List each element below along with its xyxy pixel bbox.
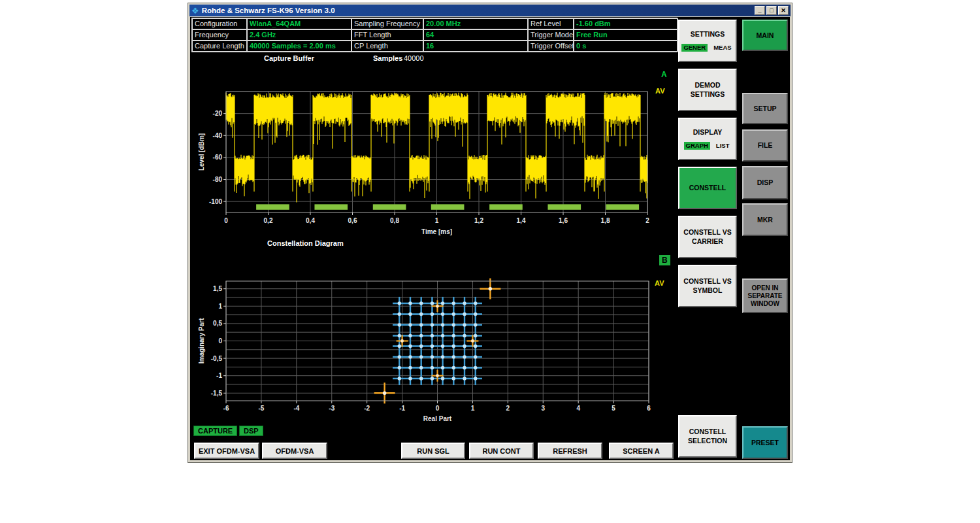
constellation-gridlines [226, 281, 649, 401]
svg-text:0,5: 0,5 [213, 320, 222, 327]
ofdm-vsa-button[interactable]: OFDM-VSA [262, 443, 327, 459]
hardkey-preset[interactable]: PRESET [742, 426, 788, 459]
capture-buffer-title: Capture Buffer [264, 54, 314, 62]
hardkey-file[interactable]: FILE [742, 129, 788, 161]
sampling-freq-label: Sampling Frequency [351, 18, 423, 29]
hardkey-disp[interactable]: DISP [742, 166, 788, 199]
softkey-constell-selection-label: CONSTELL SELECTION [681, 428, 734, 445]
svg-text:-0,5: -0,5 [211, 355, 223, 362]
svg-text:-80: -80 [213, 176, 223, 183]
config-value: WlanA_64QAM [247, 18, 351, 29]
fft-length-label: FFT Length [351, 29, 423, 41]
trigger-offset-value: 0 s [574, 41, 678, 52]
svg-text:-1: -1 [216, 372, 222, 379]
config-label: Configuration [192, 18, 247, 29]
svg-text:5: 5 [612, 405, 615, 412]
softkey-demod-settings[interactable]: DEMOD SETTINGS [678, 69, 737, 111]
svg-text:-5: -5 [258, 405, 264, 412]
svg-text:1,8: 1,8 [601, 217, 610, 224]
capture-xlabel: Time [ms] [421, 228, 452, 235]
capture-length-label: Capture Length [192, 41, 247, 52]
frequency-label: Frequency [192, 29, 247, 41]
settings-gener-toggle[interactable]: GENER [681, 44, 708, 52]
constellation-title: Constellation Diagram [267, 239, 344, 247]
svg-text:-60: -60 [213, 154, 223, 161]
window-titlebar[interactable]: ❖ Rohde & Schwarz FS-K96 Version 3.0 _ □… [189, 5, 791, 16]
close-button[interactable]: ✕ [778, 6, 789, 15]
softkey-constell-vs-carrier-label: CONSTELL VS CARRIER [681, 228, 734, 245]
softkey-constell-vs-carrier[interactable]: CONSTELL VS CARRIER [678, 216, 737, 258]
configuration-table: Configuration WlanA_64QAM Sampling Frequ… [191, 18, 678, 52]
svg-text:1,4: 1,4 [517, 217, 526, 224]
dsp-status-badge: DSP [239, 426, 263, 436]
constellation-xlabel: Real Part [423, 415, 452, 422]
samples-value: 40000 [404, 54, 424, 62]
fft-length-value: 64 [423, 29, 528, 41]
svg-text:1: 1 [471, 405, 475, 412]
capture-buffer-chart: 00,20,40,60,811,21,41,61,82-20-40-60-80-… [197, 88, 654, 241]
svg-text:-20: -20 [213, 110, 223, 117]
softkey-constell-selection[interactable]: CONSTELL SELECTION [678, 415, 737, 458]
hardkey-setup[interactable]: SETUP [742, 93, 788, 124]
frequency-value: 2.4 GHz [247, 29, 351, 41]
softkey-constell[interactable]: CONSTELL [678, 167, 737, 209]
screen-a-button[interactable]: SCREEN A [609, 443, 674, 459]
svg-text:0: 0 [224, 217, 228, 224]
svg-text:-100: -100 [209, 198, 222, 205]
capture-status-badge: CAPTURE [193, 426, 237, 436]
run-cont-button[interactable]: RUN CONT [469, 443, 534, 459]
display-list-toggle[interactable]: LIST [714, 142, 732, 150]
run-sgl-button[interactable]: RUN SGL [401, 443, 465, 459]
hardkey-main[interactable]: MAIN [742, 20, 788, 51]
client-area: Configuration WlanA_64QAM Sampling Frequ… [190, 17, 790, 460]
page-background: ❖ Rohde & Schwarz FS-K96 Version 3.0 _ □… [0, 0, 980, 523]
settings-meas-toggle[interactable]: MEAS [711, 44, 733, 52]
svg-text:4: 4 [576, 405, 580, 412]
hardkey-open-separate-window[interactable]: OPEN IN SEPARATE WINDOW [742, 278, 788, 313]
minimize-button[interactable]: _ [755, 6, 765, 15]
trigger-mode-label: Trigger Mode [528, 29, 574, 41]
svg-text:-4: -4 [293, 405, 299, 412]
refresh-button[interactable]: REFRESH [538, 443, 602, 459]
exit-ofdm-vsa-button[interactable]: EXIT OFDM-VSA [194, 443, 259, 459]
svg-text:0: 0 [436, 405, 440, 412]
trigger-offset-label: Trigger Offset [528, 41, 574, 52]
softkey-settings[interactable]: SETTINGS GENER MEAS [678, 20, 737, 62]
svg-text:0,2: 0,2 [264, 217, 273, 224]
softkey-settings-label: SETTINGS [691, 30, 725, 39]
svg-text:1,2: 1,2 [474, 217, 483, 224]
constellation-chart: -6-5-4-3-2-101234561,510,50-0,5-1-1,5Rea… [197, 277, 654, 428]
capture-ylabel: Level [dBm] [198, 133, 205, 171]
svg-text:0,8: 0,8 [390, 217, 399, 224]
svg-text:3: 3 [541, 405, 545, 412]
svg-text:0: 0 [218, 337, 222, 345]
softkey-display-label: DISPLAY [693, 128, 723, 137]
softkey-constell-label: CONSTELL [689, 184, 727, 192]
softkey-demod-label: DEMOD SETTINGS [681, 81, 734, 98]
screen-b-indicator[interactable]: B [659, 255, 670, 265]
constellation-axis-labels: -6-5-4-3-2-101234561,510,50-0,5-1-1,5Rea… [198, 285, 651, 422]
svg-text:0,6: 0,6 [348, 217, 357, 224]
svg-text:1,5: 1,5 [213, 285, 222, 292]
softkey-constell-vs-symbol-label: CONSTELL VS SYMBOL [681, 277, 734, 294]
ref-level-label: Ref Level [528, 18, 574, 29]
window-title: Rohde & Schwarz FS-K96 Version 3.0 [202, 7, 335, 14]
svg-text:1,6: 1,6 [559, 217, 568, 224]
svg-text:2: 2 [645, 217, 649, 224]
svg-text:-6: -6 [223, 405, 229, 412]
svg-text:-40: -40 [213, 132, 223, 139]
capture-length-value: 40000 Samples = 2.00 ms [247, 41, 351, 52]
samples-label: Samples [373, 54, 402, 62]
cp-length-value: 16 [423, 41, 528, 52]
ref-level-value: -1.60 dBm [574, 18, 678, 29]
screen-a-indicator[interactable]: A [661, 70, 667, 79]
display-graph-toggle[interactable]: GRAPH [684, 142, 710, 150]
svg-text:6: 6 [647, 405, 651, 412]
softkey-constell-vs-symbol[interactable]: CONSTELL VS SYMBOL [678, 265, 737, 307]
hardkey-mkr[interactable]: MKR [742, 203, 788, 236]
trigger-mode-value: Free Run [574, 29, 678, 41]
softkey-display[interactable]: DISPLAY GRAPH LIST [678, 118, 737, 160]
maximize-button[interactable]: □ [766, 6, 777, 15]
cp-length-label: CP Length [351, 41, 423, 52]
svg-text:-3: -3 [329, 405, 335, 412]
